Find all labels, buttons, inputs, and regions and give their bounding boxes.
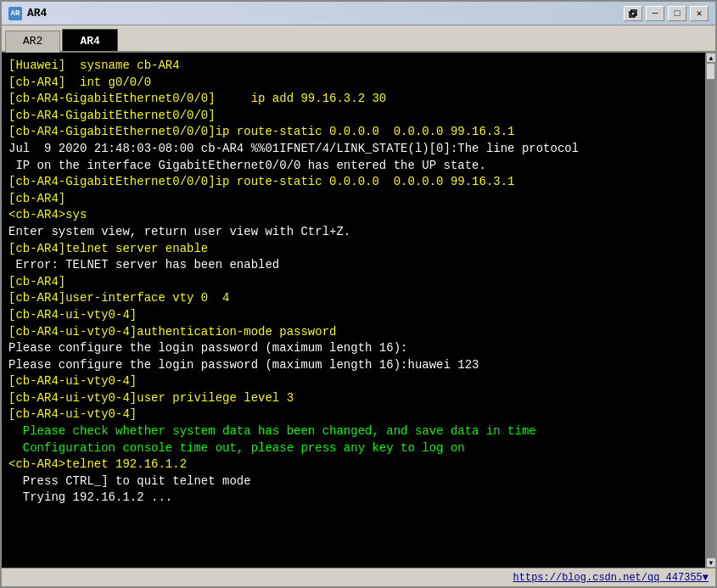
terminal-line: [cb-AR4-GigabitEthernet0/0/0]ip route-st… — [8, 174, 698, 191]
terminal-line: [cb-AR4-GigabitEthernet0/0/0] ip add 99.… — [8, 91, 698, 108]
terminal-line: [cb-AR4]telnet server enable — [8, 241, 698, 258]
terminal-line: [cb-AR4-ui-vty0-4] — [8, 373, 698, 390]
terminal-line: Trying 192.16.1.2 ... — [8, 490, 698, 507]
maximize-button[interactable]: □ — [668, 6, 686, 21]
terminal-line: [cb-AR4-ui-vty0-4] — [8, 307, 698, 324]
terminal-line: Please check whether system data has bee… — [8, 423, 698, 440]
status-link[interactable]: https://blog.csdn.net/qq_447355▼ — [513, 572, 709, 584]
terminal-line: [cb-AR4] int g0/0/0 — [8, 75, 698, 92]
terminal-container: [Huawei] sysname cb-AR4[cb-AR4] int g0/0… — [2, 53, 715, 568]
main-window: AR AR4 ─ □ ✕ AR2 AR4 [Huawei] sysname cb… — [0, 0, 717, 588]
terminal-line: [cb-AR4]user-interface vty 0 4 — [8, 290, 698, 307]
scrollbar-track[interactable] — [706, 63, 715, 557]
tab-ar2[interactable]: AR2 — [5, 31, 60, 53]
window-title: AR4 — [27, 7, 624, 20]
tab-ar4[interactable]: AR4 — [62, 29, 117, 51]
terminal-line: [cb-AR4-GigabitEthernet0/0/0] — [8, 108, 698, 125]
status-bar: https://blog.csdn.net/qq_447355▼ — [2, 568, 715, 586]
terminal-line: Please configure the login password (max… — [8, 357, 698, 374]
terminal-line: IP on the interface GigabitEthernet0/0/0… — [8, 158, 698, 175]
tabs-bar: AR2 AR4 — [2, 25, 715, 53]
terminal-line: Enter system view, return user view with… — [8, 224, 698, 241]
terminal-line: Please configure the login password (max… — [8, 340, 698, 357]
svg-rect-1 — [631, 10, 636, 15]
terminal-output[interactable]: [Huawei] sysname cb-AR4[cb-AR4] int g0/0… — [2, 53, 705, 568]
window-controls: ─ □ ✕ — [624, 6, 709, 21]
close-button[interactable]: ✕ — [690, 6, 709, 21]
title-bar: AR AR4 ─ □ ✕ — [2, 2, 715, 25]
terminal-line: [cb-AR4-ui-vty0-4]user privilege level 3 — [8, 390, 698, 407]
minimize-button[interactable]: ─ — [646, 6, 664, 21]
terminal-line: Error: TELNET server has been enabled — [8, 257, 698, 274]
scrollbar-thumb[interactable] — [706, 63, 715, 80]
terminal-line: Configuration console time out, please p… — [8, 440, 698, 457]
app-icon: AR — [8, 7, 22, 20]
terminal-line: [Huawei] sysname cb-AR4 — [8, 58, 698, 75]
terminal-line: Jul 9 2020 21:48:03-08:00 cb-AR4 %%01IFN… — [8, 141, 698, 158]
restore-button[interactable] — [624, 6, 642, 21]
terminal-line: <cb-AR4>sys — [8, 207, 698, 224]
terminal-line: [cb-AR4-GigabitEthernet0/0/0]ip route-st… — [8, 124, 698, 141]
terminal-line: <cb-AR4>telnet 192.16.1.2 — [8, 456, 698, 473]
scrollbar[interactable]: ▲ ▼ — [705, 53, 715, 568]
terminal-line: [cb-AR4] — [8, 274, 698, 291]
terminal-line: Press CTRL_] to quit telnet mode — [8, 473, 698, 490]
terminal-line: [cb-AR4-ui-vty0-4]authentication-mode pa… — [8, 324, 698, 341]
terminal-line: [cb-AR4-ui-vty0-4] — [8, 406, 698, 423]
terminal-line: [cb-AR4] — [8, 191, 698, 208]
scroll-up-button[interactable]: ▲ — [706, 53, 715, 63]
svg-rect-0 — [630, 12, 635, 17]
scroll-down-button[interactable]: ▼ — [706, 557, 715, 568]
